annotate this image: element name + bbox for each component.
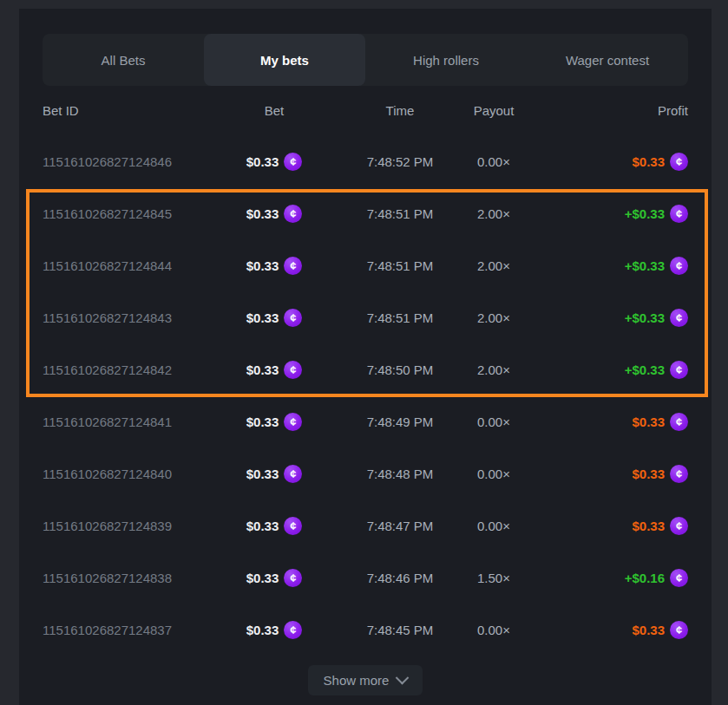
coin-cent-icon: ¢ [670,465,688,483]
table-row[interactable]: 115161026827124846 $0.33 ¢ 7:48:52 PM 0.… [43,135,688,187]
bet-profit-cell: $0.33 ¢ [520,465,688,483]
bet-payout: 2.00× [468,362,520,377]
tab-all-bets[interactable]: All Bets [43,34,204,86]
tab-wager-contest-label: Wager contest [566,53,649,68]
bet-time: 7:48:51 PM [332,206,468,221]
bet-time: 7:48:50 PM [332,362,468,377]
bet-profit: $0.33 [632,467,665,481]
tab-my-bets-label: My bets [260,53,309,68]
coin-cent-icon: ¢ [284,309,302,327]
header-bet-id: Bet ID [43,103,216,118]
bet-amount: $0.33 [246,154,279,169]
bet-amount-cell: $0.33 ¢ [216,413,332,431]
show-more-button[interactable]: Show more [308,665,423,695]
bet-payout: 0.00× [468,467,520,481]
coin-cent-icon: ¢ [670,621,688,639]
tab-high-rollers[interactable]: High rollers [365,34,527,86]
bet-amount: $0.33 [246,623,279,637]
bet-amount: $0.33 [246,415,279,429]
bet-id: 115161026827124840 [43,467,216,481]
bet-profit-cell: +$0.33 ¢ [520,309,688,327]
bet-profit-cell: $0.33 ¢ [520,517,688,535]
tab-my-bets[interactable]: My bets [204,34,365,86]
bet-time: 7:48:51 PM [332,258,468,273]
bet-profit-cell: +$0.33 ¢ [520,257,688,275]
bet-time: 7:48:52 PM [332,154,468,169]
header-time: Time [332,103,468,118]
show-more-label: Show more [324,673,390,688]
bet-time: 7:48:46 PM [332,571,468,585]
bet-amount-cell: $0.33 ¢ [216,205,332,223]
bet-profit: $0.33 [632,519,665,533]
table-row[interactable]: 115161026827124843 $0.33 ¢ 7:48:51 PM 2.… [43,291,688,343]
coin-cent-icon: ¢ [284,361,302,379]
bet-id: 115161026827124844 [43,258,216,273]
table-row[interactable]: 115161026827124844 $0.33 ¢ 7:48:51 PM 2.… [43,239,688,291]
bet-amount: $0.33 [246,310,279,325]
bet-payout: 1.50× [468,571,520,585]
table-row[interactable]: 115161026827124845 $0.33 ¢ 7:48:51 PM 2.… [43,187,688,239]
coin-cent-icon: ¢ [284,205,302,223]
coin-cent-icon: ¢ [670,361,688,379]
bet-id: 115161026827124837 [43,623,216,637]
coin-cent-icon: ¢ [670,153,688,171]
bet-payout: 0.00× [468,154,520,169]
table-row[interactable]: 115161026827124837 $0.33 ¢ 7:48:45 PM 0.… [43,604,688,656]
bet-amount-cell: $0.33 ¢ [216,621,332,639]
bet-amount: $0.33 [246,571,279,585]
bet-profit-cell: +$0.33 ¢ [520,205,688,223]
coin-cent-icon: ¢ [670,309,688,327]
bet-time: 7:48:47 PM [332,519,468,533]
bet-amount-cell: $0.33 ¢ [216,361,332,379]
bet-payout: 2.00× [468,258,520,273]
bet-amount: $0.33 [246,206,279,221]
table-row[interactable]: 115161026827124842 $0.33 ¢ 7:48:50 PM 2.… [43,343,688,395]
bet-amount-cell: $0.33 ¢ [216,517,332,535]
table-row[interactable]: 115161026827124839 $0.33 ¢ 7:48:47 PM 0.… [43,499,688,552]
bet-profit-cell: $0.33 ¢ [520,413,688,431]
header-payout: Payout [468,103,520,118]
bet-profit: +$0.33 [625,310,665,325]
coin-cent-icon: ¢ [284,621,302,639]
bet-id: 115161026827124838 [43,571,216,585]
bet-amount-cell: $0.33 ¢ [216,309,332,327]
tab-wager-contest[interactable]: Wager contest [527,34,688,86]
bet-amount: $0.33 [246,519,279,533]
table-row[interactable]: 115161026827124838 $0.33 ¢ 7:48:46 PM 1.… [43,552,688,604]
coin-cent-icon: ¢ [284,465,302,483]
bet-profit-cell: +$0.33 ¢ [520,361,688,379]
bet-payout: 0.00× [468,519,520,533]
bet-payout: 2.00× [468,310,520,325]
bet-profit: $0.33 [632,154,665,169]
bet-amount-cell: $0.33 ¢ [216,257,332,275]
bets-panel: All Bets My bets High rollers Wager cont… [19,9,712,705]
bet-amount-cell: $0.33 ¢ [216,465,332,483]
bet-profit-cell: $0.33 ¢ [520,153,688,171]
table-row[interactable]: 115161026827124840 $0.33 ¢ 7:48:48 PM 0.… [43,447,688,499]
tab-all-bets-label: All Bets [102,53,146,68]
bet-amount: $0.33 [246,258,279,273]
bet-amount-cell: $0.33 ¢ [216,153,332,171]
tab-high-rollers-label: High rollers [413,53,479,68]
coin-cent-icon: ¢ [670,413,688,431]
bet-amount: $0.33 [246,467,279,481]
bet-profit: +$0.16 [625,571,665,585]
coin-cent-icon: ¢ [670,257,688,275]
bet-payout: 2.00× [468,206,520,221]
bet-time: 7:48:45 PM [332,623,468,637]
bet-profit: +$0.33 [625,206,665,221]
bet-amount-cell: $0.33 ¢ [216,569,332,587]
bet-profit-cell: +$0.16 ¢ [520,569,688,587]
coin-cent-icon: ¢ [670,205,688,223]
show-more-container: Show more [43,665,688,695]
chevron-down-icon [396,671,410,685]
bet-payout: 0.00× [468,623,520,637]
coin-cent-icon: ¢ [670,517,688,535]
table-row[interactable]: 115161026827124841 $0.33 ¢ 7:48:49 PM 0.… [43,395,688,447]
header-bet: Bet [216,103,332,118]
coin-cent-icon: ¢ [284,257,302,275]
bet-time: 7:48:51 PM [332,310,468,325]
bet-profit: +$0.33 [625,362,665,377]
bet-time: 7:48:49 PM [332,415,468,429]
bets-tab-bar: All Bets My bets High rollers Wager cont… [43,34,688,86]
